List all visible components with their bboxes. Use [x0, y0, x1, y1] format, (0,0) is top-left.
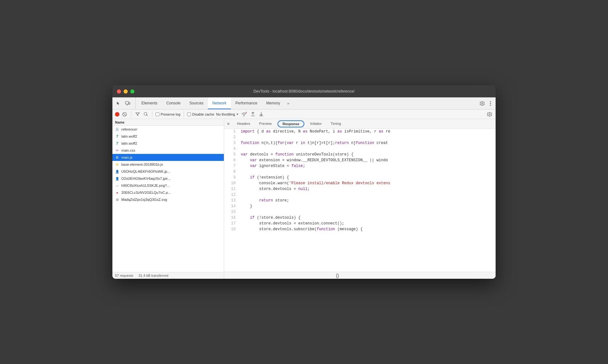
- file-list-body: ☰ reference/ T latin.woff2 T latin.woff2…: [112, 126, 224, 272]
- file-name: reference/: [121, 127, 137, 131]
- svg-rect-0: [125, 102, 129, 104]
- network-toolbar: Preserve log Disable cache No throttling…: [112, 110, 496, 119]
- tab-headers[interactable]: Headers: [232, 119, 255, 128]
- more-options-icon[interactable]: [489, 100, 492, 107]
- network-settings-icon[interactable]: [486, 111, 493, 118]
- file-name: base-element-3018901b.js: [121, 163, 163, 166]
- file-item[interactable]: ▭ h90CtfziXluvh1LSSKJE.png?...: [112, 182, 224, 189]
- tab-timing[interactable]: Timing: [326, 119, 346, 128]
- close-button[interactable]: [117, 89, 121, 94]
- code-line: 1 import { d as directive, N as NodePart…: [224, 129, 496, 134]
- code-line: 16 if (!store.devtools) {: [224, 215, 496, 221]
- search-button[interactable]: [143, 111, 149, 117]
- file-item[interactable]: ☰ reference/: [112, 126, 224, 133]
- filter-button[interactable]: [134, 112, 141, 117]
- tab-more[interactable]: »: [285, 97, 292, 109]
- code-line: 18 store.devtools.subscribe(function (me…: [224, 226, 496, 232]
- disable-cache-checkbox-label[interactable]: Disable cache: [187, 112, 214, 116]
- file-name: MadqZslZpo1sj3qQ3GsZ.svg: [121, 198, 167, 201]
- svg-point-6: [490, 105, 491, 106]
- tab-response[interactable]: Response: [277, 120, 305, 127]
- js-icon: ⚙: [115, 163, 119, 167]
- file-item-selected[interactable]: ⚙ main.js: [112, 154, 224, 161]
- file-item[interactable]: 👤 O2slJEHG9avKV4aqzSx7.jpe...: [112, 175, 224, 182]
- tab-initiator[interactable]: Initiator: [306, 119, 326, 128]
- file-name: U5OHzQL4tEKFr6OFlxWK.jp...: [121, 170, 170, 173]
- svg-line-8: [124, 113, 125, 115]
- disable-cache-checkbox[interactable]: [187, 112, 191, 116]
- tab-elements[interactable]: Elements: [137, 97, 162, 109]
- tab-console[interactable]: Console: [162, 97, 185, 109]
- cursor-icon[interactable]: [115, 101, 122, 106]
- file-item[interactable]: ⊘ MadqZslZpo1sj3qQ3GsZ.svg: [112, 196, 224, 203]
- device-icon[interactable]: [124, 101, 132, 106]
- code-line: 3 function n(n,t){for(var r in t)n[r]=t[…: [224, 140, 496, 146]
- file-name: 20E6CLcSzNV2GELQu7oC.p...: [121, 191, 171, 194]
- file-name: latin.woff2: [121, 134, 137, 138]
- file-item[interactable]: ✏ main.css: [112, 147, 224, 154]
- maximize-button[interactable]: [130, 89, 134, 94]
- response-panel: ✕ Headers Preview Response Initiator Tim…: [224, 119, 496, 279]
- devtools-window: DevTools - localhost:8080/docs/devtools/…: [112, 85, 496, 279]
- code-line: 7 var ignoreState = false;: [224, 163, 496, 169]
- close-pane-button[interactable]: ✕: [224, 122, 232, 126]
- preserve-log-checkbox-label[interactable]: Preserve log: [156, 112, 180, 116]
- img-icon: 👤: [115, 170, 119, 173]
- code-viewer: 1 import { d as directive, N as NodePart…: [224, 129, 496, 272]
- svg-point-5: [490, 103, 491, 104]
- code-line: 10 console.warn('Please install/enable R…: [224, 180, 496, 186]
- transfer-size: 31.4 kB transferred: [138, 274, 168, 277]
- svg-line-10: [147, 115, 148, 116]
- tab-preview[interactable]: Preview: [255, 119, 276, 128]
- file-item[interactable]: ⚙ base-element-3018901b.js: [112, 161, 224, 168]
- main-content: Name ☰ reference/ T latin.woff2 T latin.…: [112, 119, 496, 279]
- wifi-icon[interactable]: [240, 111, 248, 117]
- tab-memory[interactable]: Memory: [262, 97, 285, 109]
- file-list-footer: 57 requests 31.4 kB transferred: [112, 272, 224, 279]
- separator-3: [184, 111, 184, 117]
- separator-1: [131, 111, 131, 117]
- code-line: 13 return store;: [224, 198, 496, 203]
- svg-icon: ⊘: [115, 198, 119, 202]
- code-line: 6 var extension = window.__REDUX_DEVTOOL…: [224, 157, 496, 163]
- bottom-bar: {}: [224, 272, 496, 279]
- minimize-button[interactable]: [124, 89, 128, 94]
- file-item[interactable]: T latin.woff2: [112, 133, 224, 140]
- file-list-header: Name: [112, 119, 224, 126]
- response-tabs: ✕ Headers Preview Response Initiator Tim…: [224, 119, 496, 129]
- file-name: O2slJEHG9avKV4aqzSx7.jpe...: [121, 177, 171, 180]
- code-line: 15: [224, 209, 496, 215]
- file-item[interactable]: ● 20E6CLcSzNV2GELQu7oC.p...: [112, 189, 224, 196]
- code-line: 4: [224, 146, 496, 152]
- file-name: h90CtfziXluvh1LSSKJE.png?...: [121, 184, 170, 187]
- file-name: latin.woff2: [121, 141, 137, 145]
- tab-performance[interactable]: Performance: [231, 97, 262, 109]
- requests-count: 57 requests: [115, 274, 133, 277]
- tab-bar-icons: [115, 97, 136, 109]
- separator-2: [152, 111, 152, 117]
- file-list: Name ☰ reference/ T latin.woff2 T latin.…: [112, 119, 224, 279]
- code-line: 2: [224, 134, 496, 140]
- file-item[interactable]: T latin.woff2: [112, 140, 224, 147]
- tab-sources[interactable]: Sources: [185, 97, 208, 109]
- clear-button[interactable]: [121, 111, 128, 117]
- format-button[interactable]: {}: [336, 273, 339, 278]
- code-line: 11 store.devtools = null;: [224, 186, 496, 192]
- file-item[interactable]: 👤 U5OHzQL4tEKFr6OFlxWK.jp...: [112, 168, 224, 175]
- record-button[interactable]: [115, 112, 119, 117]
- throttle-select[interactable]: No throttling Fast 3G Slow 3G Offline: [216, 112, 240, 116]
- window-title: DevTools - localhost:8080/docs/devtools/…: [254, 89, 355, 94]
- devtools-body: Elements Console Sources Network Perform…: [112, 97, 496, 279]
- preserve-log-checkbox[interactable]: [156, 112, 159, 116]
- code-line: 14 }: [224, 203, 496, 209]
- tab-network[interactable]: Network: [208, 97, 231, 109]
- code-line: 8: [224, 169, 496, 175]
- download-icon[interactable]: [258, 111, 264, 118]
- file-name: main.css: [121, 148, 135, 152]
- png-icon: ▭: [115, 184, 119, 188]
- img-icon: ●: [115, 191, 119, 194]
- upload-icon[interactable]: [250, 111, 256, 118]
- titlebar: DevTools - localhost:8080/docs/devtools/…: [112, 85, 496, 97]
- settings-icon[interactable]: [478, 100, 486, 107]
- code-line: 17 store.devtools = extension.connect();: [224, 221, 496, 226]
